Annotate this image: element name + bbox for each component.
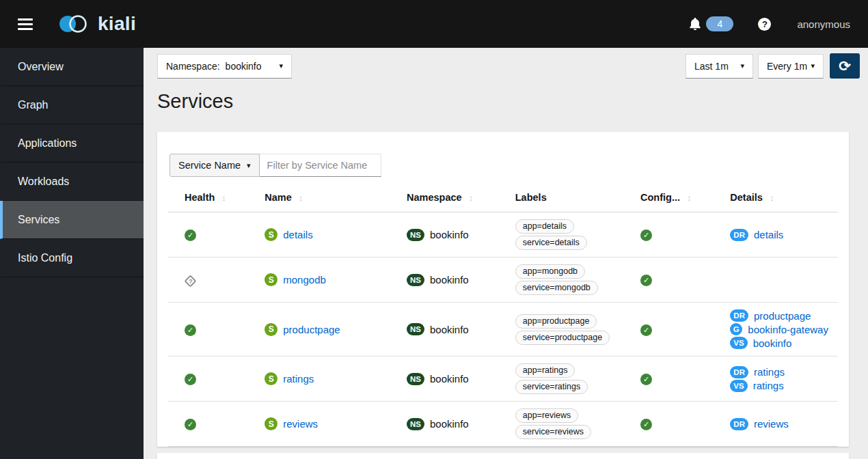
service-badge: S — [265, 372, 277, 385]
config-cell: ✓ — [635, 212, 724, 258]
destination-rule-badge: DR — [730, 309, 748, 322]
question-mark-icon: ? — [189, 277, 193, 285]
page-title: Services — [157, 90, 860, 113]
detail-link[interactable]: reviews — [754, 418, 789, 430]
column-header-details[interactable]: Details↕ — [724, 180, 838, 212]
namespace-select[interactable]: Namespace: bookinfo ▾ — [157, 54, 292, 79]
destination-rule-badge: DR — [730, 229, 748, 241]
sort-icon[interactable]: ↕ — [687, 193, 692, 203]
username[interactable]: anonymous — [797, 18, 850, 30]
labels-cell: app=detailsservice=details — [510, 212, 635, 258]
namespace-cell: NSbookinfo — [401, 357, 510, 402]
sidebar-item-label: Overview — [18, 61, 64, 73]
label-chip: app=productpage — [515, 314, 597, 329]
sort-icon[interactable]: ↕ — [221, 193, 226, 203]
health-healthy-icon: ✓ — [185, 374, 196, 385]
duration-value: Last 1m — [694, 61, 729, 72]
table-row-details: ✓SdetailsNSbookinfoapp=detailsservice=de… — [168, 212, 838, 258]
namespace-badge: NS — [407, 323, 424, 335]
caret-down-icon: ▾ — [247, 161, 251, 170]
column-header-config-[interactable]: Config...↕ — [635, 180, 724, 212]
detail-link[interactable]: ratings — [753, 380, 784, 391]
notification-badge[interactable]: 4 — [706, 16, 733, 31]
column-label: Details — [730, 192, 763, 203]
virtual-service-badge: VS — [730, 337, 747, 349]
label-chip: service=ratings — [515, 380, 588, 394]
detail-link[interactable]: productpage — [754, 310, 811, 322]
filter-input[interactable] — [260, 154, 381, 177]
sidebar-item-label: Graph — [18, 99, 48, 111]
service-link[interactable]: mongodb — [283, 274, 326, 286]
namespace-cell: NSbookinfo — [401, 258, 510, 303]
detail-link[interactable]: bookinfo — [753, 337, 792, 349]
sidebar-item-graph[interactable]: Graph — [0, 86, 144, 124]
config-valid-icon: ✓ — [640, 419, 652, 430]
table-row-ratings: ✓SratingsNSbookinfoapp=ratingsservice=ra… — [168, 357, 838, 402]
label-chip: service=reviews — [515, 425, 591, 439]
help-icon[interactable]: ? — [758, 18, 771, 31]
service-badge: S — [265, 273, 277, 286]
details-cell: DRratingsVSratings — [724, 357, 838, 402]
labels-cell: app=mongodbservice=mongodb — [510, 258, 635, 303]
details-cell: DRreviews — [724, 402, 838, 447]
sidebar-item-overview[interactable]: Overview — [0, 48, 144, 86]
kiali-logo-icon — [59, 14, 92, 34]
name-cell: Sratings — [259, 357, 401, 402]
sidebar-item-services[interactable]: Services — [0, 201, 144, 239]
refresh-interval-select[interactable]: Every 1m ▾ — [758, 54, 824, 79]
notifications-button[interactable]: 4 — [690, 16, 733, 31]
caret-down-icon: ▾ — [740, 61, 744, 70]
filter-type-label: Service Name — [178, 160, 241, 171]
label-chip: service=details — [515, 236, 587, 250]
health-healthy-icon: ✓ — [185, 230, 196, 241]
name-cell: Sdetails — [259, 212, 401, 258]
sidebar-item-applications[interactable]: Applications — [0, 124, 144, 163]
sort-icon[interactable]: ↕ — [469, 193, 474, 203]
detail-link[interactable]: details — [754, 229, 783, 240]
column-label: Config... — [640, 192, 680, 203]
service-link[interactable]: details — [283, 229, 312, 240]
namespace-name: bookinfo — [430, 324, 469, 335]
detail-link[interactable]: ratings — [754, 366, 785, 378]
namespace-cell: NSbookinfo — [401, 212, 510, 258]
column-label: Name — [265, 192, 292, 203]
kiali-logo[interactable]: kiali — [59, 13, 136, 35]
bell-icon — [690, 18, 701, 30]
namespace-value: bookinfo — [226, 61, 262, 72]
service-link[interactable]: productpage — [283, 324, 340, 335]
health-cell: ✓ — [168, 303, 259, 357]
service-link[interactable]: ratings — [283, 373, 314, 385]
sidebar-item-workloads[interactable]: Workloads — [0, 163, 144, 201]
health-cell: ✓ — [168, 402, 259, 447]
details-cell: DRproductpageGbookinfo-gatewayVSbookinfo — [724, 303, 838, 357]
sort-icon[interactable]: ↕ — [299, 193, 303, 203]
column-header-name[interactable]: Name↕ — [259, 180, 401, 212]
name-cell: Sreviews — [259, 402, 401, 447]
duration-select[interactable]: Last 1m ▾ — [686, 54, 753, 79]
filter-bar: Service Name ▾ — [169, 154, 837, 177]
sort-icon[interactable]: ↕ — [770, 193, 774, 203]
column-header-namespace[interactable]: Namespace↕ — [401, 180, 510, 212]
menu-toggle-icon[interactable] — [18, 18, 33, 30]
service-badge: S — [265, 417, 277, 430]
service-badge: S — [265, 228, 277, 241]
filter-type-select[interactable]: Service Name ▾ — [169, 154, 260, 177]
sidebar-nav: OverviewGraphApplicationsWorkloadsServic… — [0, 48, 144, 459]
table-row-productpage: ✓SproductpageNSbookinfoapp=productpagese… — [168, 303, 838, 357]
table-row-mongodb: ?SmongodbNSbookinfoapp=mongodbservice=mo… — [168, 258, 838, 303]
masthead: kiali 4 ? anonymous — [0, 0, 868, 48]
health-healthy-icon: ✓ — [185, 324, 196, 336]
destination-rule-badge: DR — [730, 366, 748, 378]
service-link[interactable]: reviews — [283, 418, 318, 430]
detail-item: DRratings — [730, 366, 832, 378]
namespace-name: bookinfo — [430, 229, 469, 240]
refresh-button[interactable]: ⟳ — [830, 53, 860, 79]
column-label: Labels — [515, 192, 547, 203]
sidebar-item-istio-config[interactable]: Istio Config — [0, 239, 144, 277]
column-header-health[interactable]: Health↕ — [168, 180, 259, 212]
health-cell: ✓ — [168, 212, 259, 258]
column-label: Namespace — [407, 192, 462, 203]
detail-link[interactable]: bookinfo-gateway — [748, 324, 828, 335]
services-table: Health↕Name↕Namespace↕LabelsConfig...↕De… — [168, 180, 838, 447]
labels-cell: app=reviewsservice=reviews — [510, 402, 635, 447]
